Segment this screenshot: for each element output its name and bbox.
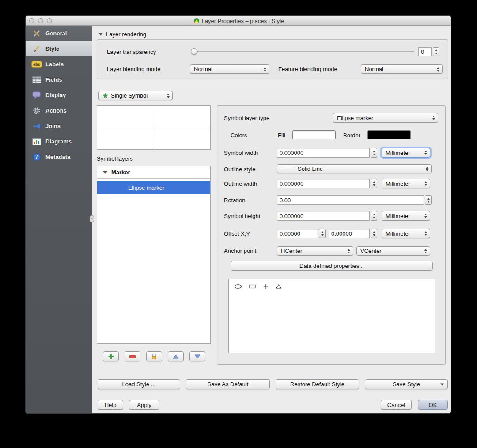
sidebar-item-diagrams[interactable]: Diagrams (26, 134, 92, 149)
offset-x-stepper[interactable] (319, 229, 326, 238)
apply-button[interactable]: Apply (129, 400, 159, 410)
symbol-height-unit-dropdown[interactable]: Millimeter (382, 211, 430, 221)
symbol-group-label: Marker (111, 169, 130, 176)
layer-rendering-group: Layer transparency 0 Layer blending mode… (97, 39, 448, 79)
updown-arrows-icon (424, 151, 427, 155)
outline-width-unit-dropdown[interactable]: Millimeter (382, 179, 430, 188)
transparency-label: Layer transparency (107, 49, 156, 55)
sidebar-label: Actions (45, 107, 67, 114)
bar-chart-icon (31, 138, 42, 145)
move-layer-down-button[interactable] (189, 351, 205, 361)
gear-icon (31, 106, 42, 115)
join-arrow-icon (31, 123, 42, 130)
transparency-stepper[interactable] (433, 47, 439, 56)
window-title-text: Layer Properties – places | Style (202, 18, 284, 24)
disclosure-triangle-icon (98, 33, 103, 36)
sidebar-item-labels[interactable]: abc Labels (26, 56, 92, 72)
up-arrow-icon (173, 354, 179, 359)
sidebar-item-actions[interactable]: Actions (26, 103, 92, 118)
outline-width-label: Outline width (224, 181, 257, 187)
single-symbol-icon (102, 93, 108, 98)
layer-blending-dropdown[interactable]: Normal (190, 64, 269, 74)
move-layer-up-button[interactable] (168, 351, 184, 361)
outline-width-field[interactable]: 0.000000 (277, 179, 370, 188)
line-style-sample (281, 169, 294, 169)
ok-button[interactable]: OK (418, 400, 448, 410)
add-symbol-layer-button[interactable] (103, 351, 119, 361)
outline-width-stepper[interactable] (371, 179, 377, 188)
preview-symbols-row (234, 284, 282, 289)
title-bar[interactable]: Layer Properties – places | Style (26, 16, 451, 26)
remove-symbol-layer-button[interactable] (125, 351, 140, 361)
symbol-layer-type-dropdown[interactable]: Ellipse marker (333, 113, 438, 123)
save-style-menu-button[interactable]: Save Style (365, 379, 448, 389)
sidebar-item-style[interactable]: Style (26, 41, 92, 56)
rotation-stepper[interactable] (425, 195, 432, 205)
offset-unit-dropdown[interactable]: Millimeter (382, 229, 430, 238)
splitter-handle[interactable]: ^ (90, 215, 94, 222)
symbol-height-label: Symbol height (224, 213, 260, 219)
layer-rendering-title: Layer rendering (106, 31, 146, 38)
anchor-h-dropdown[interactable]: HCenter (277, 246, 353, 256)
abc-label-icon: abc (31, 61, 42, 68)
renderer-dropdown[interactable]: Single Symbol (98, 91, 173, 100)
rotation-field[interactable]: 0.00 (277, 195, 424, 205)
feature-blending-dropdown[interactable]: Normal (361, 64, 443, 74)
symbol-layer-row-selected[interactable]: Ellipse marker (97, 181, 210, 194)
wrench-icon (31, 29, 42, 38)
symbol-width-field[interactable]: 0.000000 (277, 148, 370, 158)
layer-transparency-slider[interactable] (191, 48, 414, 55)
sidebar-label: Labels (45, 61, 64, 68)
lock-layer-button[interactable] (146, 351, 162, 361)
cancel-button[interactable]: Cancel (381, 400, 412, 410)
sidebar-item-joins[interactable]: Joins (26, 118, 92, 134)
data-defined-properties-button[interactable]: Data defined properties... (231, 261, 433, 271)
anchor-point-label: Anchor point (224, 248, 256, 254)
help-button[interactable]: Help (98, 400, 123, 410)
updown-arrows-icon (348, 249, 350, 253)
desktop-background: Layer Properties – places | Style Genera… (0, 0, 477, 448)
symbol-height-field[interactable]: 0.000000 (277, 211, 370, 221)
offset-y-field[interactable]: 0.00000 (329, 229, 370, 238)
border-label: Border (343, 132, 360, 139)
symbol-width-unit-dropdown[interactable]: Millimeter (382, 148, 430, 158)
border-color-swatch[interactable] (367, 130, 411, 139)
updown-arrows-icon (424, 214, 427, 218)
saved-symbols-preview[interactable] (228, 279, 435, 353)
restore-default-style-button[interactable]: Restore Default Style (276, 379, 359, 389)
speech-bubble-icon (31, 91, 42, 99)
sidebar-label: Display (45, 92, 66, 98)
anchor-v-dropdown[interactable]: VCenter (356, 246, 430, 256)
load-style-button[interactable]: Load Style ... (98, 379, 180, 389)
transparency-value-field[interactable]: 0 (418, 47, 432, 56)
ellipse-symbol-icon[interactable] (234, 284, 242, 289)
table-icon (31, 76, 42, 83)
qgis-logo-icon (193, 18, 200, 24)
save-as-default-button[interactable]: Save As Default (186, 379, 270, 389)
rectangle-symbol-icon[interactable] (249, 284, 256, 289)
paintbrush-icon (31, 45, 42, 53)
updown-arrows-icon (432, 116, 435, 120)
rotation-label: Rotation (224, 197, 245, 203)
fill-color-swatch[interactable] (292, 130, 336, 139)
sidebar-item-display[interactable]: Display (26, 87, 92, 103)
fill-label: Fill (278, 132, 285, 139)
symbol-layer-type-label: Symbol layer type (224, 115, 269, 121)
layer-rendering-header[interactable]: Layer rendering (98, 31, 146, 38)
symbol-height-stepper[interactable] (371, 211, 377, 221)
symbol-tree-group-row[interactable]: Marker (97, 166, 210, 179)
lock-icon (151, 353, 157, 360)
colors-label: Colors (231, 132, 247, 139)
outline-style-label: Outline style (224, 166, 256, 173)
sidebar-item-fields[interactable]: Fields (26, 72, 92, 87)
offset-x-field[interactable]: 0.00000 (277, 229, 318, 238)
sidebar-item-general[interactable]: General (26, 26, 92, 41)
offset-y-stepper[interactable] (371, 229, 377, 238)
triangle-symbol-icon[interactable] (276, 284, 282, 289)
symbol-width-stepper[interactable] (371, 148, 377, 158)
slider-thumb[interactable] (191, 48, 197, 55)
symbol-layer-name: Ellipse marker (128, 184, 164, 191)
outline-style-dropdown[interactable]: Solid Line (277, 164, 432, 173)
sidebar-item-metadata[interactable]: i Metadata (26, 149, 92, 165)
cross-symbol-icon[interactable] (263, 284, 269, 289)
